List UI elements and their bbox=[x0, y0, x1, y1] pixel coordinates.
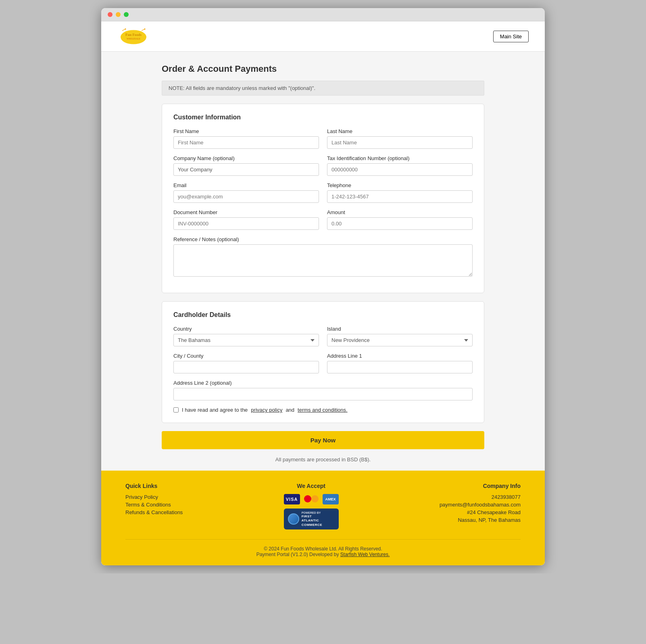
company-name-label: Company Name (optional) bbox=[173, 155, 319, 161]
and-text: and bbox=[285, 407, 294, 413]
footer-top: Quick Links Privacy Policy Terms & Condi… bbox=[125, 483, 521, 529]
svg-point-0 bbox=[121, 30, 146, 44]
site-header: Fun Foods WHOLESALE Main Site bbox=[101, 21, 545, 52]
fac-name: FIRSTATLANTICCOMMERCE bbox=[302, 515, 323, 527]
mc-circle-right bbox=[311, 495, 319, 502]
doc-amount-row: Document Number Amount bbox=[173, 209, 473, 230]
reference-group: Reference / Notes (optional) bbox=[173, 236, 473, 277]
browser-window: Fun Foods WHOLESALE Main Site Order & Ac… bbox=[101, 8, 545, 565]
visa-logo: VISA bbox=[284, 494, 300, 504]
first-name-group: First Name bbox=[173, 128, 319, 149]
email-group: Email bbox=[173, 182, 319, 203]
mc-circle-left bbox=[304, 495, 311, 502]
tax-id-group: Tax Identification Number (optional) bbox=[327, 155, 473, 176]
address2-input[interactable] bbox=[173, 388, 473, 400]
telephone-label: Telephone bbox=[327, 182, 473, 188]
tax-id-label: Tax Identification Number (optional) bbox=[327, 155, 473, 161]
company-name-group: Company Name (optional) bbox=[173, 155, 319, 176]
footer-we-accept: We Accept VISA AMEX POWERED BY FI bbox=[284, 483, 339, 529]
city-input[interactable] bbox=[173, 361, 319, 373]
tax-id-input[interactable] bbox=[327, 163, 473, 176]
address1-input[interactable] bbox=[327, 361, 473, 373]
country-island-row: Country The Bahamas United States Canada… bbox=[173, 326, 473, 346]
first-name-input[interactable] bbox=[173, 136, 319, 149]
browser-titlebar bbox=[101, 8, 545, 21]
company-address2: Nassau, NP, The Bahamas bbox=[440, 517, 521, 523]
copyright-text: © 2024 Fun Foods Wholesale Ltd. All Righ… bbox=[125, 546, 521, 552]
footer-bottom: © 2024 Fun Foods Wholesale Ltd. All Righ… bbox=[125, 539, 521, 557]
quick-links-title: Quick Links bbox=[125, 483, 183, 489]
document-number-label: Document Number bbox=[173, 209, 319, 215]
company-phone: 2423938077 bbox=[440, 494, 521, 500]
footer-refunds-link[interactable]: Refunds & Cancellations bbox=[125, 509, 183, 515]
customer-info-title: Customer Information bbox=[173, 114, 473, 121]
city-label: City / County bbox=[173, 353, 319, 359]
footer-quick-links: Quick Links Privacy Policy Terms & Condi… bbox=[125, 483, 183, 529]
svg-text:WHOLESALE: WHOLESALE bbox=[127, 38, 141, 40]
fac-globe-icon bbox=[288, 513, 299, 525]
developer-link[interactable]: Starfish Web Ventures. bbox=[340, 552, 390, 557]
page-title: Order & Account Payments bbox=[162, 64, 484, 74]
site-footer: Quick Links Privacy Policy Terms & Condi… bbox=[101, 471, 545, 565]
fac-badge: POWERED BY FIRSTATLANTICCOMMERCE bbox=[284, 509, 339, 529]
address1-group: Address Line 1 bbox=[327, 353, 473, 373]
company-address1: #24 Chesapeake Road bbox=[440, 509, 521, 515]
logo-area: Fun Foods WHOLESALE bbox=[117, 26, 150, 46]
city-group: City / County bbox=[173, 353, 319, 373]
fac-powered: POWERED BY bbox=[302, 511, 323, 515]
address2-label: Address Line 2 (optional) bbox=[173, 380, 473, 386]
document-number-group: Document Number bbox=[173, 209, 319, 230]
email-label: Email bbox=[173, 182, 319, 188]
svg-point-6 bbox=[144, 28, 145, 29]
svg-text:Fun Foods: Fun Foods bbox=[125, 33, 142, 37]
mastercard-logo bbox=[303, 494, 319, 504]
reference-label: Reference / Notes (optional) bbox=[173, 236, 473, 242]
terms-text: I have read and agree to the bbox=[182, 407, 248, 413]
maximize-button[interactable] bbox=[124, 12, 129, 17]
close-button[interactable] bbox=[108, 12, 113, 17]
fac-text: POWERED BY FIRSTATLANTICCOMMERCE bbox=[302, 511, 323, 527]
island-group: Island New Providence Grand Bahama Abaco… bbox=[327, 326, 473, 346]
address1-label: Address Line 1 bbox=[327, 353, 473, 359]
document-number-input[interactable] bbox=[173, 217, 319, 230]
email-phone-row: Email Telephone bbox=[173, 182, 473, 203]
terms-checkbox-row: I have read and agree to the privacy pol… bbox=[173, 407, 473, 413]
telephone-group: Telephone bbox=[327, 182, 473, 203]
customer-info-section: Customer Information First Name Last Nam… bbox=[162, 104, 484, 293]
address2-group: Address Line 2 (optional) bbox=[173, 380, 473, 400]
amount-input[interactable] bbox=[327, 217, 473, 230]
country-group: Country The Bahamas United States Canada bbox=[173, 326, 319, 346]
svg-point-5 bbox=[125, 28, 126, 29]
footer-company-info: Company Info 2423938077 payments@funfood… bbox=[440, 483, 521, 529]
cardholder-section: Cardholder Details Country The Bahamas U… bbox=[162, 301, 484, 423]
minimize-button[interactable] bbox=[116, 12, 121, 17]
site-logo: Fun Foods WHOLESALE bbox=[117, 26, 150, 46]
name-row: First Name Last Name bbox=[173, 128, 473, 149]
last-name-input[interactable] bbox=[327, 136, 473, 149]
terms-checkbox[interactable] bbox=[173, 407, 179, 413]
amex-logo: AMEX bbox=[323, 494, 339, 504]
pay-button-wrap: Pay Now bbox=[101, 431, 545, 449]
note-bar: NOTE: All fields are mandatory unless ma… bbox=[162, 81, 484, 96]
terms-link[interactable]: terms and conditions. bbox=[298, 407, 348, 413]
telephone-input[interactable] bbox=[327, 190, 473, 203]
footer-privacy-link[interactable]: Privacy Policy bbox=[125, 494, 183, 500]
footer-terms-link[interactable]: Terms & Conditions bbox=[125, 502, 183, 508]
email-input[interactable] bbox=[173, 190, 319, 203]
country-select[interactable]: The Bahamas United States Canada bbox=[173, 334, 319, 346]
amount-group: Amount bbox=[327, 209, 473, 230]
last-name-group: Last Name bbox=[327, 128, 473, 149]
last-name-label: Last Name bbox=[327, 128, 473, 134]
first-name-label: First Name bbox=[173, 128, 319, 134]
currency-note: All payments are processed in BSD (B$). bbox=[101, 453, 545, 471]
company-tax-row: Company Name (optional) Tax Identificati… bbox=[173, 155, 473, 176]
country-label: Country bbox=[173, 326, 319, 332]
company-name-input[interactable] bbox=[173, 163, 319, 176]
reference-textarea[interactable] bbox=[173, 244, 473, 277]
main-site-button[interactable]: Main Site bbox=[493, 31, 529, 42]
browser-content: Fun Foods WHOLESALE Main Site Order & Ac… bbox=[101, 21, 545, 565]
privacy-policy-link[interactable]: privacy policy bbox=[251, 407, 282, 413]
reference-row: Reference / Notes (optional) bbox=[173, 236, 473, 277]
pay-now-button[interactable]: Pay Now bbox=[162, 431, 484, 449]
island-select[interactable]: New Providence Grand Bahama Abaco Eleuth… bbox=[327, 334, 473, 346]
